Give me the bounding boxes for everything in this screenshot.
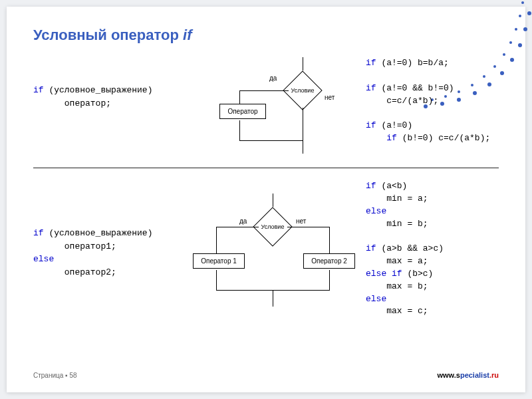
decision-label: Условие [283,70,323,110]
flow-line [273,290,273,307]
flow-line [239,140,303,141]
operator1-box: Оператор 1 [193,253,245,269]
operator-box: Оператор [219,104,266,119]
kw-else: else [33,254,54,264]
flow-line [239,120,240,140]
kw-else-if: else if [366,269,402,279]
syntax-simple-if: if (условное_выражение) оператор; [33,84,152,110]
flowchart-if-else: Условие да Оператор 1 нет Оператор 2 [186,194,359,313]
section-divider [33,168,499,168]
flow-line [329,227,330,253]
svg-point-17 [510,58,514,62]
code-text: (a>b && a>c) max = a; [366,243,444,266]
label-yes: да [269,74,277,82]
flow-line [239,90,240,104]
svg-point-6 [503,53,505,56]
svg-point-7 [509,41,512,44]
flow-line [216,227,217,253]
flow-line [303,108,303,140]
syntax-if-else: if (условное_выражение) оператор1; else … [33,227,152,279]
kw-if: if [386,133,397,143]
kw-if: if [366,181,376,191]
label-no: нет [325,94,334,101]
operator1-label: Оператор 1 [201,257,237,265]
code-text: (a!=0) b=b/a; [376,58,449,68]
flow-line [273,194,273,207]
code-examples-ifelse: if (a<b) min = a; else min = b; if (a>b … [366,180,444,318]
title-prefix: Условный оператор [33,27,183,43]
flow-line [303,57,303,70]
code-text: (b!=0) c=c/(a*b); [397,133,490,143]
title-keyword: if [183,27,192,43]
svg-point-8 [515,28,517,31]
code-examples-simple: if (a!=0) b=b/a; if (a!=0 && b!=0) c=c/(… [366,57,490,145]
section-simple-if: if (условное_выражение) оператор; Услови… [33,57,499,164]
kw-if: if [366,83,376,93]
svg-point-10 [521,1,524,4]
syntax2-body2: оператор2; [33,267,116,277]
flow-line [239,90,289,91]
svg-point-18 [518,43,522,47]
syntax2-body1: (условное_выражение) оператор1; [33,228,152,251]
flow-line [216,270,217,290]
footer-brand: www.specialist.ru [437,371,499,379]
svg-point-9 [519,15,521,17]
kw-if: if [366,243,376,253]
flowchart-simple-if: Условие да Оператор нет [200,57,346,157]
slide: Условный оператор if if (условное_выраже… [7,7,525,392]
svg-point-19 [523,27,527,31]
kw-else: else [366,294,386,304]
slide-title: Условный оператор if [33,27,499,44]
section-if-else: if (условное_выражение) оператор1; else … [33,180,499,353]
code-text: (a!=0 && b!=0) c=c/(a*b); [366,83,454,106]
kw-if: if [366,58,376,68]
decision-node: Условие [253,207,293,247]
operator-label: Оператор [227,108,257,115]
label-no: нет [296,217,306,225]
label-yes: да [239,217,247,225]
flow-line [303,140,303,154]
operator2-label: Оператор 2 [311,257,347,265]
syntax1-body: (условное_выражение) оператор; [33,85,152,108]
kw-if: if [366,120,376,130]
code-text: min = b; [366,219,428,229]
page-number: Страница ▪ 58 [33,372,77,379]
kw-if: if [33,85,44,95]
brand-prefix: www.s [437,371,460,379]
kw-if: if [33,228,44,238]
svg-point-20 [527,11,531,15]
decision-label: Условие [253,207,293,247]
flow-line [287,227,330,227]
flow-line [216,227,259,227]
decision-node: Условие [283,70,323,110]
operator2-box: Оператор 2 [303,253,355,269]
brand-suffix: .ru [489,371,499,379]
brand-main: pecialist [460,371,489,379]
kw-else: else [366,206,386,216]
code-text: max = c; [366,306,428,316]
flow-line [329,270,330,290]
svg-point-16 [500,71,504,75]
